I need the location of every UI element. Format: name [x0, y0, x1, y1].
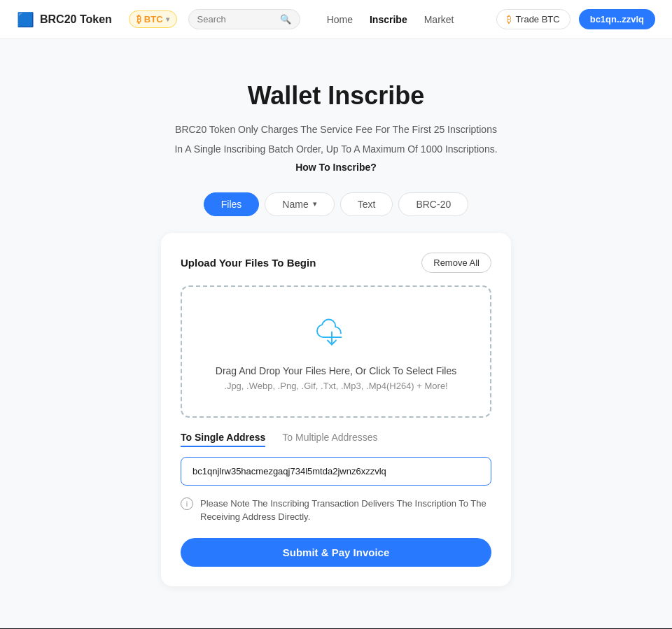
search-input[interactable]	[197, 14, 274, 24]
trade-btc-button[interactable]: ₿ Trade BTC	[496, 9, 570, 29]
btc-badge[interactable]: ₿ BTC ▾	[129, 10, 177, 28]
search-bar[interactable]: 🔍	[188, 9, 300, 29]
tabs-row: Files Name ▾ Text BRC-20	[14, 192, 658, 216]
btc-circle-icon: ₿	[507, 14, 512, 24]
card-header: Upload Your Files To Begin Remove All	[181, 253, 491, 273]
subtitle-line2: In A Single Inscribing Batch Order, Up T…	[14, 141, 658, 157]
address-toggle: To Single Address To Multiple Addresses	[181, 432, 491, 447]
upload-title: Upload Your Files To Begin	[181, 257, 316, 269]
main-content: Wallet Inscribe BRC20 Token Only Charges…	[0, 39, 672, 628]
brand-name: BRC20 Token	[40, 13, 112, 26]
nav-inscribe[interactable]: Inscribe	[370, 14, 407, 25]
wallet-address-button[interactable]: bc1qn..zzvlq	[579, 9, 655, 29]
drop-main-text: Drag And Drop Your Files Here, Or Click …	[196, 365, 476, 376]
submit-pay-button[interactable]: Submit & Pay Invoice	[181, 538, 491, 567]
nav-home[interactable]: Home	[327, 14, 353, 25]
inscribe-card: Upload Your Files To Begin Remove All pl…	[161, 233, 511, 586]
tab-brc20[interactable]: BRC-20	[398, 192, 468, 216]
info-note-text: Please Note The Inscribing Transaction D…	[200, 497, 491, 524]
chevron-down-icon: ▾	[166, 15, 169, 23]
navbar-right: ₿ Trade BTC bc1qn..zzvlq	[496, 9, 655, 29]
page-title: Wallet Inscribe	[14, 81, 658, 111]
tab-name[interactable]: Name ▾	[265, 192, 334, 216]
search-icon: 🔍	[280, 14, 291, 24]
how-to-inscribe: How To Inscribe?	[14, 162, 658, 173]
upload-cloud-icon	[315, 312, 357, 354]
btc-label: BTC	[144, 14, 163, 24]
info-icon: i	[181, 497, 193, 510]
drop-sub-text: .Jpg, .Webp, .Png, .Gif, .Txt, .Mp3, .Mp…	[196, 381, 476, 391]
info-note: i Please Note The Inscribing Transaction…	[181, 497, 491, 524]
navbar: 🟦 BRC20 Token ₿ BTC ▾ 🔍 Home Inscribe Ma…	[0, 0, 672, 39]
address-input[interactable]	[181, 457, 491, 486]
chevron-down-icon: ▾	[313, 199, 317, 209]
nav-market[interactable]: Market	[424, 14, 454, 25]
brand-icon: 🟦	[17, 11, 34, 28]
single-address-option[interactable]: To Single Address	[181, 432, 265, 447]
multiple-address-option[interactable]: To Multiple Addresses	[282, 432, 377, 447]
btc-icon: ₿	[136, 14, 141, 24]
main-nav: Home Inscribe Market	[327, 14, 454, 25]
drop-zone[interactable]: placeholder Drag And Drop Your Files Her…	[181, 285, 491, 418]
subtitle-line1: BRC20 Token Only Charges The Service Fee…	[14, 122, 658, 137]
tab-files[interactable]: Files	[204, 192, 260, 216]
tab-text[interactable]: Text	[340, 192, 393, 216]
brand-logo[interactable]: 🟦 BRC20 Token	[17, 11, 112, 28]
remove-all-button[interactable]: Remove All	[421, 253, 491, 273]
